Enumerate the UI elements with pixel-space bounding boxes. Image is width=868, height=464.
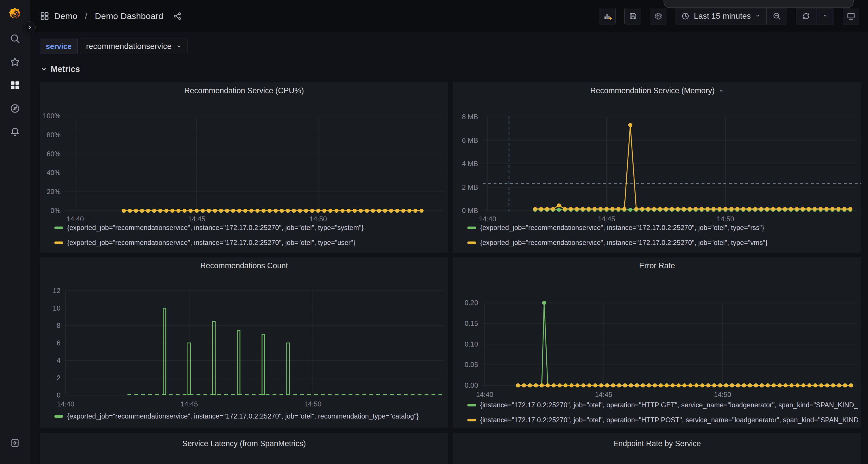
legend-label: {exported_job="recommendationservice", i… <box>67 412 419 420</box>
zoom-out-icon <box>772 12 781 21</box>
legend-label: {exported_job="recommendationservice", i… <box>67 239 355 247</box>
panel-title[interactable]: Recommendation Service (CPU%) <box>40 82 448 99</box>
refresh-interval-dropdown[interactable] <box>816 8 834 24</box>
legend-item[interactable]: {exported_job="recommendationservice", i… <box>55 235 445 250</box>
chevron-down-icon <box>40 66 47 72</box>
legend-label: {exported_job="recommendationservice", i… <box>67 224 364 232</box>
svg-text:100%: 100% <box>43 112 60 120</box>
legend-item[interactable]: {instance="172.17.0.2:25270", job="otel"… <box>467 398 858 412</box>
dashboard-icon <box>40 11 50 21</box>
sidebar-item-dashboards[interactable] <box>7 77 23 93</box>
panel-title[interactable]: Recommendations Count <box>40 257 448 274</box>
svg-text:10: 10 <box>53 304 60 312</box>
legend-item[interactable]: {exported_job="recommendationservice", i… <box>467 220 858 235</box>
legend-swatch <box>467 419 476 421</box>
panel-title[interactable]: Service Latency (from SpanMetrics) <box>40 433 448 450</box>
refresh-icon <box>802 12 810 21</box>
add-panel-button[interactable] <box>599 8 616 25</box>
top-navbar: Demo / Demo Dashboard <box>30 0 868 32</box>
svg-text:0.10: 0.10 <box>465 340 478 348</box>
clock-icon <box>681 12 690 21</box>
sidebar-item-starred[interactable] <box>7 54 23 70</box>
svg-text:0: 0 <box>57 391 60 399</box>
legend: {instance="172.17.0.2:25270", job="otel"… <box>467 398 858 427</box>
legend-label: {exported_job="recommendationservice", i… <box>480 239 768 247</box>
svg-text:2: 2 <box>57 374 60 382</box>
share-button[interactable] <box>173 12 182 21</box>
legend: {exported_job="recommendationservice", i… <box>467 220 858 250</box>
svg-text:12: 12 <box>53 287 60 294</box>
legend-swatch <box>55 415 63 418</box>
svg-text:80%: 80% <box>46 131 60 139</box>
time-range-picker[interactable]: Last 15 minutes <box>675 8 766 24</box>
svg-text:14:50: 14:50 <box>714 391 731 398</box>
share-icon <box>173 12 182 21</box>
svg-text:6 MB: 6 MB <box>462 136 478 144</box>
legend-label: {instance="172.17.0.2:25270", job="otel"… <box>480 401 858 409</box>
panel-title-text: Endpoint Rate by Service <box>613 439 701 448</box>
panel-title-text: Recommendations Count <box>200 261 288 270</box>
save-dashboard-button[interactable] <box>624 8 641 25</box>
bell-icon <box>9 126 21 137</box>
breadcrumb-current[interactable]: Demo Dashboard <box>95 11 163 21</box>
refresh-button[interactable] <box>796 8 816 24</box>
timeseries-chart-cpu[interactable]: 0%20%40%60%80%100%14:4014:4514:50 <box>40 99 448 237</box>
legend-label: {instance="172.17.0.2:25270", job="otel"… <box>480 416 858 424</box>
sidebar-item-sign-in[interactable] <box>7 435 23 451</box>
timeseries-chart-memory[interactable]: 0 MB2 MB4 MB6 MB8 MB14:4014:4514:50 <box>453 99 861 237</box>
panel-service-latency: Service Latency (from SpanMetrics) <box>40 433 448 464</box>
chevron-right-icon <box>27 24 33 31</box>
time-picker-chevron <box>755 13 761 20</box>
svg-text:8 MB: 8 MB <box>462 113 478 121</box>
sidebar-item-explore[interactable] <box>7 100 23 117</box>
browser-overlay <box>663 0 854 8</box>
svg-text:14:45: 14:45 <box>181 400 198 408</box>
legend-label: {exported_job="recommendationservice", i… <box>480 224 764 232</box>
timeseries-chart-count[interactable]: 02468101214:4014:4514:50 <box>40 274 448 412</box>
svg-text:60%: 60% <box>46 150 60 158</box>
breadcrumb: Demo / Demo Dashboard <box>40 11 182 21</box>
legend-item[interactable]: {exported_job="recommendationservice", i… <box>55 220 445 235</box>
dashboard-toolbar: Last 15 minutes <box>599 8 859 25</box>
panel-title[interactable]: Error Rate <box>453 257 861 274</box>
legend-item[interactable]: {instance="172.17.0.2:25270", job="otel"… <box>467 412 858 427</box>
timeseries-chart-error-rate[interactable]: 0.000.050.100.150.2014:4014:4514:50 <box>453 274 861 412</box>
legend: {exported_job="recommendationservice", i… <box>55 409 445 424</box>
svg-text:14:50: 14:50 <box>304 400 321 408</box>
cycle-view-mode-button[interactable] <box>843 8 859 25</box>
panel-memory: Recommendation Service (Memory) 0 MB2 MB… <box>453 82 861 253</box>
legend: {exported_job="recommendationservice", i… <box>55 220 445 250</box>
star-icon <box>9 57 21 67</box>
breadcrumb-separator: / <box>85 11 87 21</box>
legend-item[interactable]: {exported_job="recommendationservice", i… <box>55 409 445 424</box>
svg-text:14:40: 14:40 <box>57 400 74 408</box>
dashboards-grid-icon <box>9 80 21 91</box>
row-header-metrics[interactable]: Metrics <box>40 63 80 75</box>
sidebar-item-search[interactable] <box>7 31 23 46</box>
variable-value-dropdown[interactable]: recommendationservice <box>80 39 187 54</box>
panel-title[interactable]: Endpoint Rate by Service <box>453 433 861 450</box>
template-variables: service recommendationservice <box>40 39 187 54</box>
legend-item[interactable]: {exported_job="recommendationservice", i… <box>467 235 858 250</box>
dashboard-settings-button[interactable] <box>650 8 666 25</box>
svg-text:0.15: 0.15 <box>465 320 478 327</box>
svg-text:0.20: 0.20 <box>465 299 478 306</box>
zoom-out-time-button[interactable] <box>766 8 787 24</box>
time-picker-group: Last 15 minutes <box>675 8 787 25</box>
add-panel-icon <box>603 12 612 21</box>
sidebar-expand-button[interactable] <box>24 21 36 33</box>
panel-title-text: Recommendation Service (CPU%) <box>184 86 304 95</box>
chevron-down-icon <box>755 13 761 19</box>
svg-text:4: 4 <box>57 356 60 364</box>
panel-title[interactable]: Recommendation Service (Memory) <box>453 82 861 99</box>
svg-text:14:40: 14:40 <box>476 391 493 398</box>
search-icon <box>9 33 21 44</box>
svg-text:0.00: 0.00 <box>465 382 478 389</box>
breadcrumb-root[interactable]: Demo <box>54 11 78 21</box>
sidebar-item-alerting[interactable] <box>7 124 23 140</box>
grafana-logo[interactable] <box>7 6 23 22</box>
panel-menu-chevron-icon[interactable] <box>718 88 724 94</box>
panel-title-text: Error Rate <box>639 261 675 270</box>
svg-text:40%: 40% <box>46 169 60 176</box>
panel-title-text: Service Latency (from SpanMetrics) <box>182 439 306 448</box>
